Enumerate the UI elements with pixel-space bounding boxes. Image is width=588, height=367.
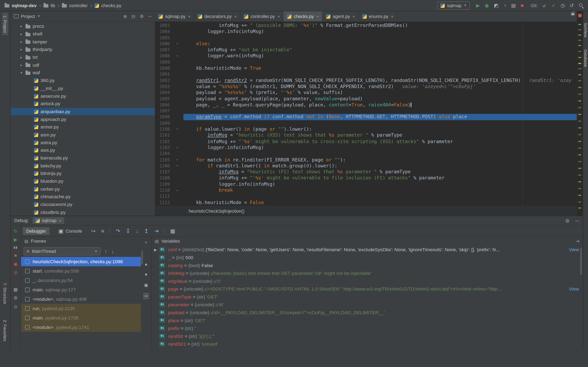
variable-item[interactable]: 01prefix = {str} ''	[151, 324, 583, 332]
code-line[interactable]	[183, 120, 577, 126]
tab-console[interactable]: ▣Console	[55, 227, 85, 235]
tree-file-item[interactable]: __init__.py	[10, 84, 155, 92]
variable-item[interactable]: 01paramType = {str} 'GET'	[151, 293, 583, 301]
code-line[interactable]: logger.info(infoMsg)	[183, 181, 577, 187]
variable-item[interactable]: 01infoMsg = {unicode} u'heuristic (basic…	[151, 269, 583, 277]
frame-item[interactable]: run, pydevd.py:1135	[21, 304, 141, 313]
chevron-right-icon[interactable]: ▸	[20, 25, 23, 28]
toolwindow-tab-database[interactable]: Database	[582, 47, 588, 69]
tree-dir-item[interactable]: ▸shell	[10, 30, 155, 38]
variable-item[interactable]: 01randStr1 = {str} 'ozeyed'	[151, 340, 583, 348]
fold-marker-icon[interactable]: ▾	[176, 163, 183, 169]
chevron-right-icon[interactable]: ▸	[20, 48, 23, 51]
tree-file-item[interactable]: approach.py	[10, 115, 155, 123]
chevron-right-icon[interactable]: ▸	[20, 40, 23, 44]
code-line[interactable]: logger.warn(infoMsg)	[183, 53, 577, 59]
close-icon[interactable]: ×	[59, 218, 61, 223]
code-line[interactable]: kb.heuristicMode = False	[183, 200, 577, 206]
gutter-line[interactable]: 1091	[155, 71, 183, 77]
debug-panel-settings-button[interactable]: ⚙	[565, 218, 570, 224]
code-line[interactable]: infoMsg = "heuristic (FI) test shows tha…	[183, 169, 577, 175]
code-line[interactable]: page, _, _ = Request.queryPage(payload, …	[183, 102, 577, 108]
editor-tab[interactable]: sqlmap.py×	[155, 11, 194, 21]
tree-file-item[interactable]: barracuda.py	[10, 154, 155, 162]
gutter-line[interactable]: 1088▴	[155, 53, 183, 59]
evaluate-expression-button[interactable]: ▦	[170, 228, 175, 234]
gutter-line[interactable]: 1084	[155, 29, 183, 35]
tree-file-item[interactable]: 360.py	[10, 77, 155, 84]
search-icon[interactable]	[579, 3, 584, 8]
variable-item[interactable]: 01payload = {unicode} u'id=__PAYLOAD_DEL…	[151, 309, 583, 317]
code-line[interactable]: randStr1, randStr2 = randomStr(NON_SQLI_…	[183, 77, 577, 83]
gutter-line[interactable]: 1099	[155, 120, 183, 126]
tree-file-item[interactable]: bekchy.py	[10, 162, 155, 170]
run-button[interactable]: ▶	[476, 3, 480, 8]
view-breakpoints-button[interactable]: ◉	[14, 262, 17, 266]
tree-file-item[interactable]: chinacache.py	[10, 193, 155, 201]
tree-dir-item[interactable]: ▸procs	[10, 22, 155, 30]
gutter-line[interactable]: 1098	[155, 114, 183, 120]
gutter-line[interactable]: 1083	[155, 22, 183, 29]
add-watch-button[interactable]: +	[144, 240, 148, 245]
code-line[interactable]: payload = "%s%s%s" % (prefix, "'%s" % va…	[183, 90, 577, 96]
code-line[interactable]: infoMsg += "not be injectable"	[183, 47, 577, 53]
gutter-line[interactable]: 1102	[155, 138, 183, 145]
thread-select[interactable]: ≡ MainThread ▼	[24, 247, 101, 255]
gutter-line[interactable]: 1109	[155, 181, 183, 187]
variable-item[interactable]: 01place = {str} 'GET'	[151, 317, 583, 324]
code-line[interactable]	[183, 108, 577, 114]
gutter-line[interactable]: 1095	[155, 96, 183, 102]
code-line[interactable]	[183, 71, 577, 77]
pin-tab-icon[interactable]: ⇥	[576, 239, 579, 244]
frame-item[interactable]: <module>, pydevd.py:1741	[21, 322, 141, 332]
frames-scrollbar[interactable]	[141, 251, 143, 264]
editor-tab[interactable]: enums.py×	[359, 11, 397, 21]
code-line[interactable]	[183, 193, 577, 200]
expand-arrow-icon[interactable]: ▶	[154, 248, 159, 251]
variable-item[interactable]: 01page = {unicode} u'<!DOCTYPE html PUBL…	[151, 285, 583, 293]
code-line[interactable]: infoMsg += "'%s' might be vulnerable to …	[183, 175, 577, 181]
project-settings-button[interactable]: ⚙	[140, 14, 144, 19]
force-step-into-button[interactable]: ↓	[136, 228, 139, 234]
copy-value-button[interactable]: ▣	[143, 282, 149, 288]
tree-file-item[interactable]: aws.py	[10, 146, 155, 154]
editor-scrollbar-stripe[interactable]	[577, 11, 583, 216]
mute-breakpoints-button[interactable]: ⊘	[14, 270, 17, 275]
tree-file-item[interactable]: armor.py	[10, 123, 155, 131]
chevron-down-icon[interactable]: ▼	[37, 15, 40, 18]
gutter-line[interactable]: 1100▾	[155, 126, 183, 132]
readonly-lock-icon[interactable]	[571, 13, 575, 15]
gutter-line[interactable]: 1110▴	[155, 187, 183, 193]
tree-file-item[interactable]: bluedon.py	[10, 177, 155, 185]
frame-item[interactable]: main, sqlmap.py:177	[21, 285, 141, 294]
view-link[interactable]: View	[569, 286, 579, 292]
editor-tab[interactable]: decorators.py×	[194, 11, 241, 21]
code-line[interactable]: for match in re.finditer(FI_ERROR_REGEX,…	[183, 157, 577, 163]
show-execution-point-button[interactable]: ↪	[91, 228, 95, 234]
gutter-line[interactable]: 1103▴	[155, 145, 183, 151]
code-line[interactable]: if value.lower() in (page or "").lower()…	[183, 126, 577, 132]
tree-file-item[interactable]: anquanbao.py	[10, 108, 155, 115]
gutter-line[interactable]: 1093	[155, 83, 183, 90]
debug-settings-button[interactable]: ⚙	[13, 296, 17, 300]
gutter-line[interactable]: 1097	[155, 108, 183, 114]
code-line[interactable]	[183, 35, 577, 41]
view-options-button[interactable]: ≡	[101, 228, 104, 234]
tree-dir-item[interactable]: ▸udf	[10, 61, 155, 69]
close-tab-icon[interactable]: ×	[353, 14, 355, 18]
chevron-right-icon[interactable]: ▸	[20, 32, 23, 36]
code-line[interactable]: logger.info(infoMsg)	[183, 145, 577, 151]
tree-dir-item[interactable]: ▸tamper	[10, 38, 155, 46]
variable-item[interactable]: 01_ = {int} 500	[151, 253, 583, 261]
code-line[interactable]: infoMsg = "heuristic (XSS) test shows th…	[183, 132, 577, 138]
code-line[interactable]: infoMsg += " (possible DBMS: '%s')" % Fo…	[183, 22, 577, 29]
code-line[interactable]: break	[183, 187, 577, 193]
code-line[interactable]	[183, 151, 577, 157]
breadcrumb-item[interactable]: checks.py	[95, 3, 121, 8]
code-line[interactable]: logger.info(infoMsg)	[183, 29, 577, 35]
close-tab-icon[interactable]: ×	[234, 14, 237, 18]
code-line[interactable]: payload = agent.payload(place, parameter…	[183, 96, 577, 102]
code-line[interactable]: if randStr1.lower() in match.group(0).lo…	[183, 163, 577, 169]
gutter-line[interactable]: 1085	[155, 35, 183, 41]
step-out-button[interactable]: ↥	[144, 228, 149, 234]
